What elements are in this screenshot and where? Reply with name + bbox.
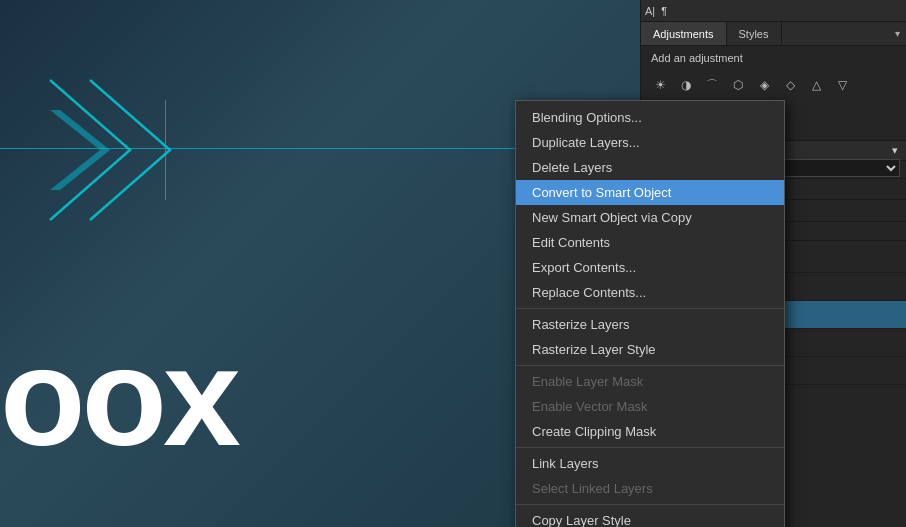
canvas-text: oox bbox=[0, 327, 237, 467]
tab-adjustments[interactable]: Adjustments bbox=[641, 22, 727, 45]
curves-icon[interactable]: ⌒ bbox=[701, 74, 723, 96]
vertical-guide bbox=[165, 100, 166, 200]
tab-styles[interactable]: Styles bbox=[727, 22, 782, 45]
menu-separator bbox=[516, 365, 784, 366]
vibrance-icon[interactable]: ◇ bbox=[779, 74, 801, 96]
menu-item-create-clipping-mask[interactable]: Create Clipping Mask bbox=[516, 419, 784, 444]
brightness-icon[interactable]: ☀ bbox=[649, 74, 671, 96]
menu-item-enable-layer-mask: Enable Layer Mask bbox=[516, 369, 784, 394]
colorbalance-icon[interactable]: ◈ bbox=[753, 74, 775, 96]
menu-item-select-linked-layers: Select Linked Layers bbox=[516, 476, 784, 501]
menu-separator bbox=[516, 308, 784, 309]
add-adjustment-label: Add an adjustment bbox=[641, 46, 906, 70]
menu-item-rasterize-layers[interactable]: Rasterize Layers bbox=[516, 312, 784, 337]
contrast-icon[interactable]: ◑ bbox=[675, 74, 697, 96]
svg-marker-0 bbox=[50, 110, 110, 190]
menu-separator bbox=[516, 447, 784, 448]
context-menu: Blending Options... Duplicate Layers... … bbox=[515, 100, 785, 527]
menu-item-enable-vector-mask: Enable Vector Mask bbox=[516, 394, 784, 419]
menu-item-export-contents[interactable]: Export Contents... bbox=[516, 255, 784, 280]
toolbar-text-icon[interactable]: A| bbox=[645, 5, 655, 17]
exposure-icon[interactable]: ⬡ bbox=[727, 74, 749, 96]
menu-item-new-smart-copy[interactable]: New Smart Object via Copy bbox=[516, 205, 784, 230]
top-toolbar: A| ¶ bbox=[641, 0, 906, 22]
toolbar-paragraph-icon[interactable]: ¶ bbox=[661, 5, 667, 17]
gradient-icon[interactable]: ▽ bbox=[831, 74, 853, 96]
chevron-graphic bbox=[30, 60, 210, 240]
panel-menu-arrow[interactable]: ▾ bbox=[889, 22, 906, 45]
menu-item-edit-contents[interactable]: Edit Contents bbox=[516, 230, 784, 255]
layers-arrow[interactable]: ▾ bbox=[892, 144, 898, 157]
panel-tabs: Adjustments Styles ▾ bbox=[641, 22, 906, 46]
adjustment-icons-row1: ☀ ◑ ⌒ ⬡ ◈ ◇ △ ▽ bbox=[641, 70, 906, 100]
menu-item-blending-options[interactable]: Blending Options... bbox=[516, 105, 784, 130]
menu-item-convert-smart[interactable]: Convert to Smart Object bbox=[516, 180, 784, 205]
horizontal-guide bbox=[0, 148, 520, 149]
menu-separator bbox=[516, 504, 784, 505]
menu-item-copy-layer-style[interactable]: Copy Layer Style bbox=[516, 508, 784, 527]
huesat-icon[interactable]: △ bbox=[805, 74, 827, 96]
menu-item-duplicate-layers[interactable]: Duplicate Layers... bbox=[516, 130, 784, 155]
menu-item-rasterize-layer-style[interactable]: Rasterize Layer Style bbox=[516, 337, 784, 362]
menu-item-replace-contents[interactable]: Replace Contents... bbox=[516, 280, 784, 305]
menu-item-link-layers[interactable]: Link Layers bbox=[516, 451, 784, 476]
menu-item-delete-layers[interactable]: Delete Layers bbox=[516, 155, 784, 180]
